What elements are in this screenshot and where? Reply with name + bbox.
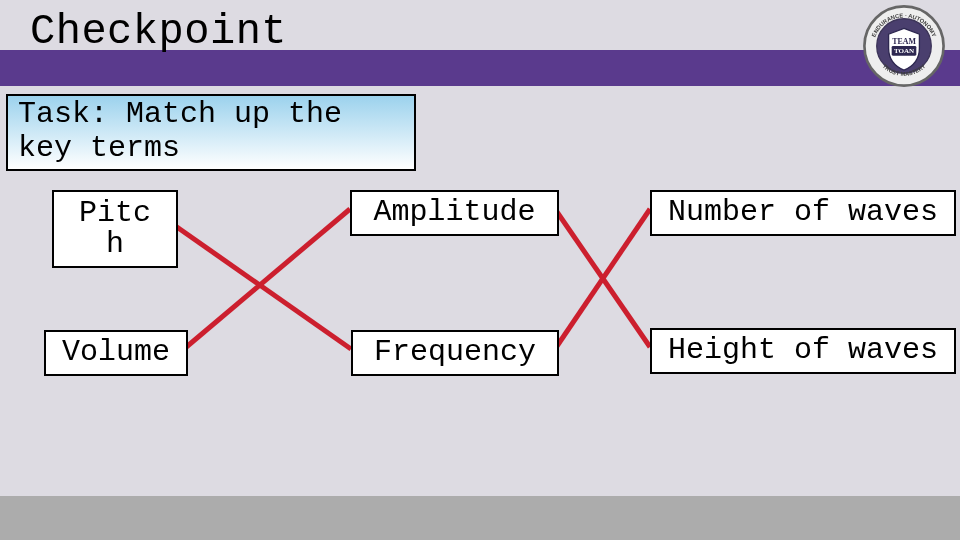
- connection-line: [555, 209, 650, 347]
- term-label: Number of waves: [668, 197, 938, 229]
- term-label: Frequency: [374, 337, 536, 369]
- term-label: Volume: [62, 337, 170, 369]
- term-height-of-waves[interactable]: Height of waves: [650, 328, 956, 374]
- term-volume[interactable]: Volume: [44, 330, 188, 376]
- footer-bar: [0, 496, 960, 540]
- header: Checkpoint: [0, 0, 960, 88]
- badge-top-text: TEAM: [892, 37, 916, 46]
- term-label: Height of waves: [668, 335, 938, 367]
- term-number-of-waves[interactable]: Number of waves: [650, 190, 956, 236]
- connection-line: [184, 209, 350, 349]
- term-frequency[interactable]: Frequency: [351, 330, 559, 376]
- badge-bottom-text: TOAN: [894, 47, 914, 55]
- term-amplitude[interactable]: Amplitude: [350, 190, 559, 236]
- connection-line: [174, 225, 351, 349]
- connection-line: [555, 209, 650, 349]
- term-label: Amplitude: [373, 197, 535, 229]
- team-badge-icon: TEAM TOAN ENDURANCE · AUTONOMY TRUST MAS…: [860, 2, 948, 90]
- term-pitch[interactable]: Pitc h: [52, 190, 178, 268]
- page-title: Checkpoint: [30, 8, 287, 56]
- term-label: Pitc h: [79, 198, 151, 261]
- task-instruction: Task: Match up the key terms: [6, 94, 416, 171]
